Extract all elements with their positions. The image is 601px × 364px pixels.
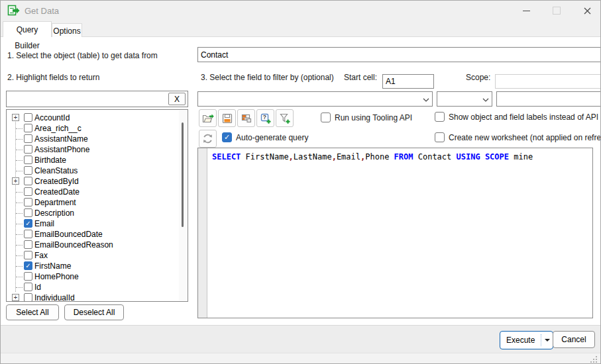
tree-scrollbar-thumb[interactable] [182, 122, 184, 227]
field-row[interactable]: CreatedDate [7, 187, 179, 197]
resize-grip-icon[interactable] [590, 355, 598, 363]
field-row[interactable]: EmailBouncedDate [7, 229, 179, 240]
save-query-button[interactable] [218, 109, 236, 127]
soql-query-text[interactable]: SELECT FirstName,LastName,Email,Phone FR… [212, 152, 533, 161]
run-tooling-checkbox[interactable] [321, 113, 331, 122]
field-checkbox[interactable] [24, 166, 32, 175]
field-checkbox[interactable] [24, 113, 32, 122]
field-checkbox[interactable] [24, 145, 32, 154]
field-search-box: X [6, 91, 188, 107]
field-checkbox[interactable] [24, 240, 32, 249]
object-combobox[interactable]: Contact [197, 47, 601, 62]
show-labels-checkbox[interactable] [435, 112, 445, 122]
field-checkbox[interactable] [24, 124, 32, 132]
field-checkbox[interactable] [24, 134, 32, 143]
add-parameter-button[interactable]: ? [256, 109, 274, 127]
field-label: AssistantPhone [34, 145, 89, 154]
add-filter-button[interactable] [276, 109, 294, 127]
field-row[interactable]: Department [7, 197, 179, 208]
field-checkbox[interactable] [24, 156, 32, 164]
field-checkbox[interactable] [24, 187, 32, 196]
soql-token: mine [509, 152, 533, 161]
field-label: Birthdate [34, 156, 66, 165]
filter-operator-combobox[interactable] [437, 91, 492, 107]
field-row[interactable]: ✓FirstName [7, 261, 179, 271]
tab-options[interactable]: Options [52, 23, 82, 37]
start-cell-input[interactable] [382, 74, 434, 89]
field-label: Email [34, 219, 54, 228]
filter-field-combobox[interactable] [197, 91, 433, 107]
window-title: Get Data [25, 6, 59, 16]
field-checkbox[interactable]: ✓ [24, 261, 32, 270]
open-query-button[interactable] [199, 109, 217, 127]
add-parameter-icon: ? [260, 113, 271, 124]
field-row[interactable]: Description [7, 208, 179, 218]
tab-query-builder[interactable]: Query Builder [3, 21, 52, 37]
cancel-button[interactable]: Cancel [553, 331, 595, 348]
field-tree[interactable]: +AccountIdArea_rich__cAssistantNameAssis… [6, 109, 188, 302]
field-row[interactable]: ✓Email [7, 218, 179, 229]
field-row[interactable]: Birthdate [7, 155, 179, 165]
tree-connector [16, 245, 23, 246]
field-checkbox[interactable] [24, 198, 32, 206]
execute-button[interactable]: Execute [500, 332, 541, 349]
field-label: Description [34, 208, 74, 218]
expand-icon[interactable]: + [12, 294, 19, 301]
field-row[interactable]: EmailBouncedReason [7, 240, 179, 250]
field-checkbox[interactable] [24, 272, 32, 281]
field-row[interactable]: +IndividualId [7, 293, 179, 302]
soql-token: , [332, 152, 337, 161]
scope-input[interactable] [495, 74, 601, 89]
run-tooling-label: Run using Tooling API [335, 113, 412, 122]
tree-connector [16, 213, 23, 214]
field-checkbox[interactable] [24, 230, 32, 238]
field-row[interactable]: Fax [7, 250, 179, 261]
field-checkbox[interactable] [24, 293, 32, 302]
tree-scrollbar[interactable] [179, 111, 187, 300]
footer-bar: Execute Cancel [1, 325, 601, 353]
minimize-button[interactable] [515, 1, 537, 21]
field-search-input[interactable] [8, 93, 170, 107]
clear-search-button[interactable]: X [168, 93, 186, 105]
field-row[interactable]: AssistantName [7, 134, 179, 144]
field-checkbox[interactable]: ✓ [24, 219, 32, 228]
expand-icon[interactable]: + [12, 177, 19, 185]
execute-dropdown-button[interactable] [541, 332, 553, 349]
refresh-query-button[interactable] [199, 130, 217, 148]
field-checkbox[interactable] [24, 177, 32, 185]
field-row[interactable]: Id [7, 282, 179, 293]
soql-token: Contact [413, 152, 457, 161]
soql-token: , [289, 152, 294, 161]
field-checkbox[interactable] [24, 251, 32, 259]
field-checkbox[interactable] [24, 283, 32, 291]
deselect-all-button[interactable]: Deselect All [64, 304, 124, 320]
filter-value-input[interactable] [496, 91, 601, 107]
field-label: CleanStatus [34, 166, 78, 175]
execute-split-button[interactable]: Execute [500, 331, 553, 349]
select-all-button[interactable]: Select All [6, 304, 59, 320]
field-row[interactable]: Area_rich__c [7, 123, 179, 134]
table-mapping-button[interactable] [237, 109, 255, 127]
close-button[interactable] [576, 1, 598, 21]
field-row[interactable]: HomePhone [7, 271, 179, 282]
tree-connector [16, 192, 23, 193]
field-row[interactable]: CleanStatus [7, 165, 179, 176]
expand-icon[interactable]: + [12, 114, 19, 121]
field-label: CreatedById [34, 177, 79, 186]
soql-token: Email [337, 152, 360, 161]
field-row[interactable]: +CreatedById [7, 176, 179, 187]
field-checkbox[interactable] [24, 208, 32, 217]
chevron-down-icon [482, 95, 489, 104]
get-data-dialog: Get Data Query Builder Options 1. Select… [0, 0, 601, 364]
auto-generate-checkbox[interactable]: ✓ [222, 132, 232, 142]
create-worksheet-checkbox[interactable] [435, 132, 445, 142]
field-row[interactable]: AssistantPhone [7, 144, 179, 155]
title-bar: Get Data [1, 1, 601, 21]
field-row[interactable]: +AccountId [7, 113, 179, 123]
status-strip [1, 353, 601, 364]
soql-query-editor[interactable]: SELECT FirstName,LastName,Email,Phone FR… [197, 148, 593, 318]
dropdown-arrow-icon [545, 339, 550, 341]
soql-keyword: FROM [394, 152, 413, 161]
maximize-button[interactable] [545, 1, 568, 21]
add-filter-icon [280, 113, 290, 124]
